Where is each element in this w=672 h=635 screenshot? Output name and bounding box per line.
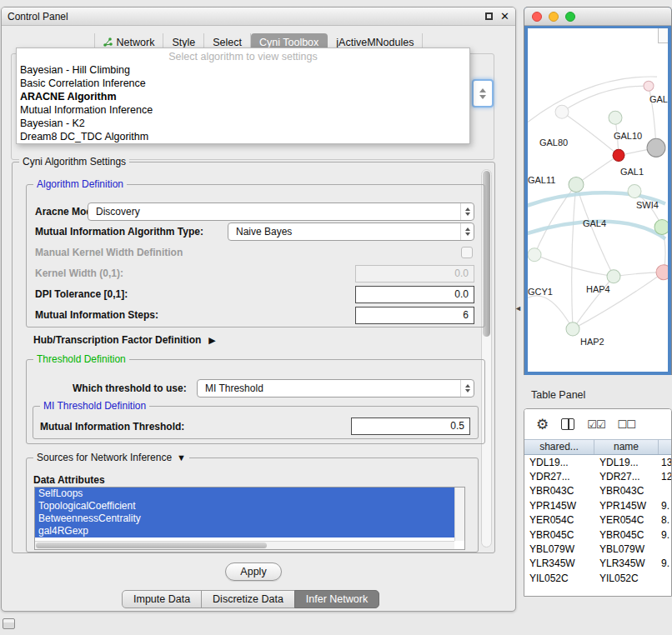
data-attributes-list[interactable]: SelfLoops TopologicalCoefficient Between… [34,487,465,550]
node-label: GAL [649,94,668,104]
list-horizontal-scrollbar[interactable] [35,541,454,549]
network-window-titlebar[interactable] [524,8,671,26]
table-row[interactable]: YPR145W YPR145W 9. [524,498,671,512]
cell: YER054C [524,514,594,526]
network-canvas[interactable]: GAL80 GAL10 GAL11 GAL1 SWI4 GAL4 GCY1 HA… [528,28,668,372]
node-label: GAL80 [539,138,568,148]
tab-impute-data[interactable]: Impute Data [122,590,202,608]
minimize-traffic-light[interactable] [549,12,559,22]
table-row[interactable]: YER054C YER054C 8. [524,513,671,528]
network-graph[interactable]: GAL80 GAL10 GAL11 GAL1 SWI4 GAL4 GCY1 HA… [528,28,668,372]
cell: YPR145W [594,500,659,512]
cell: YIL052C [524,572,594,584]
cell: YDR27... [524,471,594,482]
group-title: Cyni Algorithm Settings [19,156,129,168]
group-title-text: Cyni Algorithm Settings [23,156,126,168]
stepper-up-icon [479,88,486,92]
mi-steps-input[interactable]: 6 [355,307,474,324]
zoom-traffic-light[interactable] [565,12,575,22]
deselect-all-checkboxes-icon[interactable]: ☐☐ [618,419,635,430]
combo-stepper-icon [460,380,474,397]
collapsed-arrow-icon: ▶ [208,335,215,345]
dropdown-option-dream8[interactable]: Dream8 DC_TDC Algorithm [17,130,469,143]
mi-type-label: Mutual Information Algorithm Type: [35,226,203,238]
minimized-panel-icon[interactable] [3,618,15,629]
float-window-icon[interactable] [485,12,493,20]
apply-button[interactable]: Apply [225,562,282,581]
which-threshold-select[interactable]: MI Threshold [197,379,474,398]
combo-stepper-icon [460,223,474,240]
table-row[interactable]: YBR043C YBR043C [524,484,671,498]
gear-icon[interactable]: ⚙ [536,418,549,432]
dpi-tolerance-input[interactable]: 0.0 [355,286,474,303]
mi-steps-label: Mutual Information Steps: [35,309,158,321]
combo-stepper-icon [460,203,474,220]
table-toolbar: ⚙ ☑☑ ☐☐ [524,409,671,439]
data-attributes-label: Data Attributes [33,474,105,486]
cell: YBR043C [594,485,659,497]
list-item-selfloops[interactable]: SelfLoops [35,488,454,500]
algorithm-combo-stepper[interactable] [472,79,494,108]
column-header-shared[interactable]: shared... [524,440,594,454]
node-label: GAL1 [620,167,644,177]
manual-kernel-label: Manual Kernel Width Definition [35,247,183,258]
dropdown-option-bayesian-hill[interactable]: Bayesian - Hill Climbing [17,63,469,77]
hub-definition-toggle[interactable]: Hub/Transcription Factor Definition ▶ [33,334,216,346]
column-header-name[interactable]: name [594,440,659,454]
scrollbar-thumb[interactable] [36,542,267,548]
list-item-betweennesscentrality[interactable]: BetweennessCentrality [35,512,454,525]
table-body: YDL19... YDL19... 13 YDR27... YDR27... 1… [524,455,671,596]
node-label: GCY1 [528,287,553,297]
kernel-width-input[interactable]: 0.0 [355,265,474,282]
threshold-definition-title: Threshold Definition [33,353,129,365]
tab-discretize-data[interactable]: Discretize Data [201,590,295,608]
cell: 9. [659,529,671,541]
control-panel-window: Control Panel ✕ Network Style [1,7,516,612]
cell: YER054C [594,514,659,526]
control-panel-titlebar[interactable]: Control Panel ✕ [2,8,515,26]
table-row[interactable]: YDL19... YDL19... 13 [524,455,671,469]
mi-threshold-input[interactable]: 0.5 [351,418,470,435]
manual-kernel-checkbox[interactable] [461,247,473,258]
mi-type-select[interactable]: Naive Bayes [228,222,474,241]
table-row[interactable]: YBR045C YBR045C 9. [524,528,671,542]
columns-icon[interactable] [561,418,574,430]
table-row[interactable]: YDR27... YDR27... 12 [524,469,671,483]
list-item-topologicalcoefficient[interactable]: TopologicalCoefficient [35,500,454,512]
cell: YBR045C [594,529,659,541]
hub-definition-label: Hub/Transcription Factor Definition [33,334,201,346]
network-labels: GAL80 GAL10 GAL11 GAL1 SWI4 GAL4 GCY1 HA… [528,94,668,347]
legend-text: Sources for Network Inference [37,452,172,463]
node-label: GAL11 [528,175,555,185]
aracne-mode-select[interactable]: Discovery [88,202,474,221]
window-title: Control Panel [8,11,68,22]
sources-group-title[interactable]: Sources for Network Inference ▼ [33,452,189,463]
list-vertical-scrollbar[interactable] [454,488,464,541]
list-item-gal4rgexp[interactable]: gal4RGexp [35,525,454,538]
splitter-collapse-icon[interactable]: ◄ [514,305,522,312]
dropdown-option-basic-correlation[interactable]: Basic Correlation Inference [17,77,469,90]
close-icon[interactable]: ✕ [500,11,509,22]
tab-label: Style [172,37,195,48]
cell: 13 [659,457,671,468]
dropdown-option-bayesian-k2[interactable]: Bayesian - K2 [17,117,469,130]
dpi-tolerance-label: DPI Tolerance [0,1]: [35,288,128,300]
cell: YIL052C [594,572,659,584]
network-icon [103,38,113,47]
close-traffic-light[interactable] [532,12,542,22]
table-row[interactable]: YIL052C YIL052C [524,571,671,585]
tab-label: Cyni Toolbox [259,37,318,48]
canvas-scroll-button[interactable] [658,28,668,43]
desktop: Control Panel ✕ Network Style [0,0,672,635]
dropdown-option-aracne[interactable]: ARACNE Algorithm [17,90,469,103]
select-all-checkboxes-icon[interactable]: ☑☑ [587,419,604,430]
dropdown-option-mutual-information[interactable]: Mutual Information Inference [17,103,469,117]
node-red [613,149,624,161]
table-row[interactable]: YBL079W YBL079W [524,542,671,556]
table-row[interactable]: YLR345W YLR345W 9. [524,557,671,571]
combo-value: MI Threshold [198,382,460,394]
column-header-extra[interactable] [659,440,671,454]
node-label: SWI4 [636,200,659,210]
tab-infer-network[interactable]: Infer Network [294,590,379,608]
combo-value: Naive Bayes [228,226,460,238]
